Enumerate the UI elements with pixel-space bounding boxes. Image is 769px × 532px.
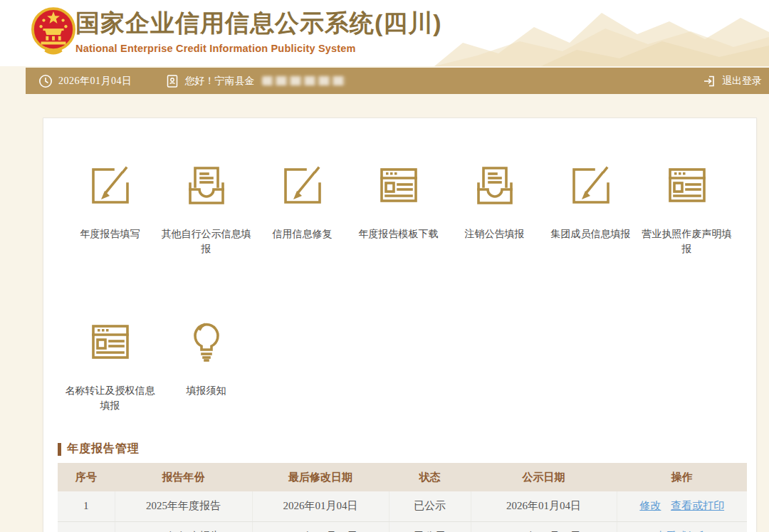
- shortcut-row-1: 年度报告填写 其他自行公示信息填报 信用信息修复: [58, 162, 742, 256]
- shortcut-label: 年度报告模板下载: [359, 226, 439, 241]
- table-header-row: 序号 报告年份 最后修改日期 状态 公示日期 操作: [58, 463, 747, 491]
- site-title: 国家企业信用信息公示系统(四川): [75, 7, 442, 40]
- cell-year: 2024年年度报告: [115, 521, 252, 532]
- clock-icon: [38, 74, 53, 88]
- annual-report-section-header: 年度报告管理: [58, 442, 742, 457]
- main-panel: 年度报告填写 其他自行公示信息填报 信用信息修复: [43, 118, 757, 532]
- cell-status: 已公示: [389, 491, 471, 521]
- shortcut-label: 营业执照作废声明填报: [639, 226, 735, 256]
- top-toolbar: 2026年01月04日 您好！宁南县金 退出登录: [26, 68, 769, 94]
- cell-modified: 2026年01月04日: [252, 491, 389, 521]
- mountain-watermark-art: [434, 0, 769, 66]
- shortcut-license-void-declaration[interactable]: 营业执照作废声明填报: [639, 162, 735, 256]
- browser-list-icon: [376, 162, 422, 208]
- logout-button[interactable]: 退出登录: [702, 74, 762, 88]
- logout-icon: [702, 74, 716, 88]
- shortcut-label: 填报须知: [187, 383, 226, 398]
- shortcut-label: 其他自行公示信息填报: [158, 226, 254, 256]
- national-emblem-logo: [31, 6, 75, 58]
- logout-label: 退出登录: [722, 75, 762, 88]
- shortcut-label: 名称转让及授权信息填报: [62, 383, 158, 413]
- cell-seq: 2: [58, 521, 115, 532]
- modify-link[interactable]: 修改: [639, 499, 661, 511]
- lightbulb-icon: [184, 319, 229, 365]
- cell-seq: 1: [58, 491, 115, 521]
- site-header: 国家企业信用信息公示系统(四川) National Enterprise Cre…: [0, 0, 769, 66]
- user-greeting-group: 您好！宁南县金: [165, 74, 346, 88]
- shortcut-label: 集团成员信息填报: [551, 226, 631, 241]
- section-title-bar: [58, 443, 61, 456]
- browser-list-icon: [664, 162, 710, 208]
- current-date: 2026年01月04日: [58, 75, 132, 88]
- cell-modified: 2025年01月03日: [252, 521, 389, 532]
- shortcut-label: 年度报告填写: [80, 226, 140, 241]
- col-header-seq: 序号: [58, 463, 115, 491]
- table-row: 1 2025年年度报告 2026年01月04日 已公示 2026年01月04日 …: [58, 491, 747, 521]
- view-or-print-link[interactable]: 查看或打印: [655, 530, 708, 532]
- col-header-status: 状态: [389, 463, 471, 491]
- shortcut-other-publicity-info[interactable]: 其他自行公示信息填报: [158, 162, 254, 256]
- inbox-icon: [184, 162, 229, 208]
- cell-status: 已公示: [389, 521, 471, 532]
- cell-year: 2025年年度报告: [115, 491, 252, 521]
- shortcut-filing-instructions[interactable]: 填报须知: [158, 319, 254, 413]
- id-card-icon: [165, 74, 179, 88]
- col-header-published: 公示日期: [471, 463, 617, 491]
- shortcut-label: 注销公告填报: [465, 226, 525, 241]
- col-header-year: 报告年份: [115, 463, 252, 491]
- date-group: 2026年01月04日: [38, 74, 132, 88]
- edit-icon: [88, 162, 133, 208]
- greeting-text: 您好！宁南县金: [185, 75, 255, 88]
- annual-report-table: 序号 报告年份 最后修改日期 状态 公示日期 操作 1 2025年年度报告 20…: [58, 463, 747, 532]
- edit-icon: [568, 162, 614, 208]
- shortcut-group-member-info[interactable]: 集团成员信息填报: [543, 162, 639, 256]
- table-row: 2 2024年年度报告 2025年01月03日 已公示 2025年01月03日 …: [58, 521, 747, 532]
- browser-list-icon: [88, 319, 133, 365]
- shortcut-row-2: 名称转让及授权信息填报 填报须知: [58, 319, 742, 413]
- shortcut-deregistration-notice[interactable]: 注销公告填报: [446, 162, 543, 256]
- shortcut-name-transfer-authorization[interactable]: 名称转让及授权信息填报: [62, 319, 158, 413]
- col-header-modified: 最后修改日期: [252, 463, 389, 491]
- col-header-operations: 操作: [617, 463, 747, 491]
- view-or-print-link[interactable]: 查看或打印: [671, 499, 724, 511]
- redacted-company-name: [262, 76, 346, 85]
- site-subtitle: National Enterprise Credit Information P…: [75, 43, 442, 54]
- shortcut-credit-repair[interactable]: 信用信息修复: [254, 162, 350, 256]
- cell-operations: 查看或打印: [617, 521, 747, 532]
- cell-operations: 修改 查看或打印: [617, 491, 747, 521]
- edit-icon: [280, 162, 325, 208]
- inbox-icon: [472, 162, 518, 208]
- shortcut-label: 信用信息修复: [273, 226, 333, 241]
- section-title: 年度报告管理: [67, 442, 140, 457]
- cell-published: 2025年01月03日: [471, 521, 617, 532]
- cell-published: 2026年01月04日: [471, 491, 617, 521]
- shortcut-report-template-download[interactable]: 年度报告模板下载: [350, 162, 446, 256]
- shortcut-annual-report-fill[interactable]: 年度报告填写: [62, 162, 158, 256]
